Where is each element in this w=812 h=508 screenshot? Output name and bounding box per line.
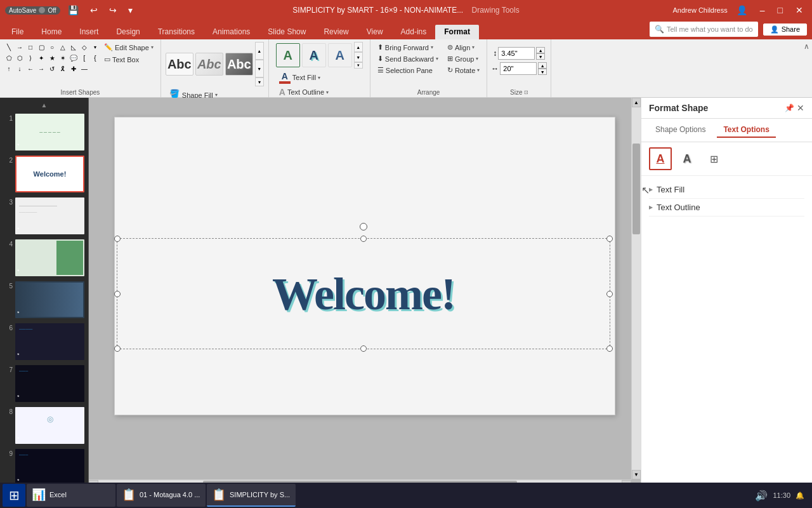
wordart-more[interactable]: ▾ xyxy=(354,62,363,69)
handle-middle-right[interactable] xyxy=(606,291,613,297)
shape-rect[interactable]: □ xyxy=(25,42,36,52)
handle-top-right[interactable] xyxy=(606,236,613,242)
start-button[interactable]: ⊞ xyxy=(3,484,25,507)
wordart-scroll-up[interactable]: ▲ xyxy=(354,42,363,52)
shape-styles-more[interactable]: ▾ xyxy=(255,77,264,86)
shape-callout[interactable]: 💬 xyxy=(69,53,79,63)
text-fill-button[interactable]: A Text Fill ▾ xyxy=(276,70,363,85)
slide-panel-scroll-up[interactable]: ▲ xyxy=(3,100,86,110)
tab-format[interactable]: Format xyxy=(435,25,479,39)
slide-thumb-4[interactable]: 4 * xyxy=(3,238,86,277)
height-spin-down[interactable]: ▼ xyxy=(536,53,545,60)
close-button[interactable]: ✕ xyxy=(792,4,807,17)
maximize-button[interactable]: □ xyxy=(774,4,787,17)
tab-transitions[interactable]: Transitions xyxy=(149,25,204,39)
shape-circle[interactable]: ○ xyxy=(47,42,57,52)
shape-ribbon[interactable]: 🎗 xyxy=(58,64,68,74)
shape-styles-scroll-up[interactable]: ▲ xyxy=(255,42,264,60)
wordart-style-2[interactable]: A xyxy=(302,43,326,67)
save-button[interactable]: 💾 xyxy=(64,4,82,17)
shape-arrow[interactable]: → xyxy=(15,42,25,52)
tab-insert[interactable]: Insert xyxy=(70,25,107,39)
slide-thumb-3[interactable]: 3 —————————— ──────── * xyxy=(3,196,86,236)
shapes-more[interactable]: ▾ xyxy=(90,42,100,52)
slide-thumb-2[interactable]: 2 Welcome! * xyxy=(3,154,86,194)
shape-left-arrow[interactable]: ← xyxy=(25,64,36,74)
minimize-button[interactable]: – xyxy=(756,4,769,17)
tab-view[interactable]: View xyxy=(358,25,392,39)
handle-bottom-right[interactable] xyxy=(606,345,613,352)
text-outline-section[interactable]: ▶ Text Outline xyxy=(649,199,804,217)
shape-right-triangle[interactable]: ◺ xyxy=(69,42,79,52)
tab-design[interactable]: Design xyxy=(107,25,148,39)
format-panel-close-button[interactable]: ✕ xyxy=(797,103,804,113)
notifications-icon[interactable]: 🔔 xyxy=(796,491,804,500)
tab-addins[interactable]: Add-ins xyxy=(392,25,436,39)
slide-thumb-5[interactable]: 5 * xyxy=(3,280,86,319)
scroll-thumb[interactable] xyxy=(632,144,640,234)
shape-triangle[interactable]: △ xyxy=(58,42,68,52)
format-panel-pin-button[interactable]: 📌 xyxy=(785,103,794,113)
width-spin-up[interactable]: ▲ xyxy=(538,62,547,69)
shape-rounded-rect[interactable]: ▢ xyxy=(36,42,46,52)
scroll-down-button[interactable]: ▼ xyxy=(632,470,641,479)
taskbar-ppt-2[interactable]: 📋 SIMPLICITY by S... xyxy=(207,484,296,507)
text-fill-outline-icon-btn[interactable]: A xyxy=(649,147,672,170)
width-input[interactable] xyxy=(500,62,537,75)
search-box[interactable]: 🔍 Tell me what you want to do xyxy=(650,22,758,37)
shape-bracket[interactable]: [ xyxy=(79,53,89,63)
slide-thumb-6[interactable]: 6 ────── * xyxy=(3,322,86,361)
shape-star6[interactable]: ✶ xyxy=(58,53,68,63)
handle-top-middle[interactable] xyxy=(360,236,367,242)
scroll-up-button[interactable]: ▲ xyxy=(632,98,641,107)
window-user-icon[interactable]: 👤 xyxy=(733,4,751,17)
align-button[interactable]: ⊜ Align ▾ xyxy=(444,42,483,53)
taskbar-ppt-1[interactable]: 📋 01 - Motagua 4.0 ... xyxy=(117,484,206,507)
handle-middle-left[interactable] xyxy=(114,291,121,297)
shape-star4[interactable]: ✦ xyxy=(36,53,46,63)
shape-style-3[interactable]: Abc xyxy=(225,53,253,76)
text-box-button[interactable]: ▭ Text Box xyxy=(101,54,157,65)
wordart-scroll-down[interactable]: ▼ xyxy=(354,52,363,62)
shape-style-2[interactable]: Abc xyxy=(195,53,223,76)
slide-thumb-1[interactable]: 1 ─ ─ ─ ─ ─ * xyxy=(3,112,86,152)
shape-star5[interactable]: ★ xyxy=(47,53,57,63)
text-effects-icon-btn[interactable]: A xyxy=(676,147,698,170)
shape-up-arrow[interactable]: ↑ xyxy=(4,64,14,74)
shape-brace[interactable]: { xyxy=(90,53,100,63)
width-spin-down[interactable]: ▼ xyxy=(538,69,547,75)
shape-chevron[interactable]: ⟩ xyxy=(25,53,36,63)
selection-pane-button[interactable]: ☰ Selection Pane xyxy=(374,65,442,76)
shape-down-arrow[interactable]: ↓ xyxy=(15,64,25,74)
wordart-style-1[interactable]: A xyxy=(276,43,300,67)
customize-qat-button[interactable]: ▾ xyxy=(124,4,136,17)
size-expand[interactable]: ⊡ xyxy=(524,90,528,95)
shape-curved-arrow[interactable]: ↺ xyxy=(47,64,57,74)
group-button[interactable]: ⊞ Group ▾ xyxy=(444,53,483,64)
edit-shape-button[interactable]: ✏️ Edit Shape ▾ xyxy=(101,42,157,53)
shape-style-1[interactable]: Abc xyxy=(166,53,193,76)
autosave-toggle[interactable]: AutoSave Off xyxy=(5,6,60,15)
tab-shape-options[interactable]: Shape Options xyxy=(649,123,712,138)
wordart-style-3[interactable]: A xyxy=(328,43,352,67)
taskbar-excel[interactable]: 📊 Excel xyxy=(27,484,115,507)
shape-line[interactable]: ╲ xyxy=(4,42,14,52)
text-fill-section[interactable]: ▶ Text Fill ↖ xyxy=(649,181,804,199)
height-spin-up[interactable]: ▲ xyxy=(536,47,545,53)
shape-styles-scroll-down[interactable]: ▼ xyxy=(255,60,264,77)
slide-thumb-9[interactable]: 9 ──── * xyxy=(3,448,86,487)
slide-thumb-7[interactable]: 7 ──── * xyxy=(3,364,86,403)
text-box-icon-btn[interactable]: ⊞ xyxy=(702,147,725,170)
shape-cross[interactable]: ✚ xyxy=(69,64,79,74)
tab-home[interactable]: Home xyxy=(32,25,70,39)
shape-pentagon[interactable]: ⬠ xyxy=(4,53,14,63)
collapse-ribbon-button[interactable]: ∧ xyxy=(804,42,809,51)
undo-button[interactable]: ↩ xyxy=(86,4,102,17)
share-button[interactable]: 👤 Share xyxy=(763,23,807,36)
shape-diamond[interactable]: ◇ xyxy=(79,42,89,52)
shape-right-arrow2[interactable]: → xyxy=(36,64,46,74)
handle-top-left[interactable] xyxy=(114,236,121,242)
redo-button[interactable]: ↪ xyxy=(105,4,121,17)
text-outline-button[interactable]: A Text Outline ▾ xyxy=(276,86,363,98)
tab-animations[interactable]: Animations xyxy=(204,25,259,39)
